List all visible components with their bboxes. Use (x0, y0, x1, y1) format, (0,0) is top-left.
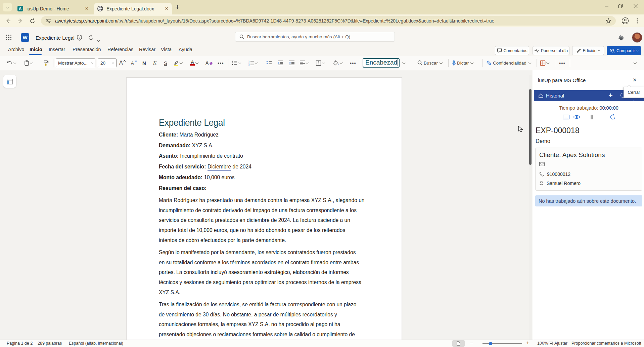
keyboard-icon[interactable] (563, 115, 569, 119)
tab-search-button[interactable] (3, 3, 12, 11)
word-count[interactable]: 289 palabras (38, 341, 62, 346)
app-launcher-icon[interactable] (5, 34, 12, 41)
tab-referencias[interactable]: Referencias (107, 47, 133, 52)
shrink-font-button[interactable]: A (131, 56, 137, 70)
fit-button[interactable]: Ajustar (554, 341, 567, 346)
eye-icon[interactable] (573, 115, 580, 119)
sensitivity-button[interactable]: Confidencialidad (486, 56, 531, 70)
align-button[interactable] (300, 56, 309, 70)
zoom-slider-handle[interactable] (489, 342, 492, 345)
tab-ayuda[interactable]: Ayuda (179, 47, 192, 52)
tab-insertar[interactable]: Insertar (49, 47, 65, 52)
close-tab-icon[interactable]: ✕ (165, 6, 169, 11)
forward-button[interactable] (15, 16, 25, 26)
site-info-icon[interactable] (46, 18, 51, 24)
protection-status-icon[interactable]: ? (77, 35, 82, 41)
back-button[interactable] (3, 16, 13, 26)
decrease-indent-button[interactable] (277, 56, 283, 70)
restore-button[interactable] (613, 0, 628, 12)
tab-inicio[interactable]: Inicio (30, 47, 42, 52)
font-size-combo[interactable]: 20 (98, 56, 117, 70)
chevron-down-icon[interactable] (322, 61, 325, 64)
find-button[interactable]: Buscar (417, 56, 442, 70)
comments-button[interactable]: Comentarios (495, 46, 529, 55)
increase-indent-button[interactable] (289, 56, 295, 70)
pause-icon[interactable] (590, 114, 594, 120)
chevron-down-icon[interactable] (180, 61, 183, 64)
chevron-down-icon[interactable] (97, 37, 100, 43)
tab-vista[interactable]: Vista (161, 47, 172, 52)
reload-button[interactable] (28, 16, 37, 26)
search-input[interactable] (247, 34, 392, 39)
tab-revisar[interactable]: Revisar (139, 47, 155, 52)
address-bar[interactable]: awertytestcsp.sharepoint.com/:w:/r/sites… (41, 16, 616, 26)
chevron-down-icon[interactable] (402, 61, 406, 64)
page-view-button[interactable] (452, 340, 465, 347)
autosave-sync-icon[interactable] (88, 35, 94, 41)
browser-profile-icon[interactable] (620, 16, 630, 26)
format-painter-button[interactable] (43, 56, 49, 70)
bookmark-star-icon[interactable] (604, 16, 613, 26)
close-tab-icon[interactable]: ✕ (85, 6, 89, 11)
gear-icon[interactable] (618, 35, 624, 41)
underline-button[interactable]: S (164, 56, 167, 70)
panel-close-icon[interactable]: ✕ (633, 77, 637, 83)
shading-button[interactable] (333, 56, 342, 70)
editing-mode-button[interactable]: Edición (572, 46, 604, 55)
font-name-combo[interactable]: Mostrar Apto... (56, 56, 95, 70)
checklist-button[interactable] (266, 56, 272, 70)
chevron-down-icon[interactable] (546, 61, 550, 64)
minimize-button[interactable] (599, 0, 614, 12)
word-logo[interactable]: W (21, 33, 29, 42)
zoom-in-button[interactable]: + (526, 340, 530, 346)
page-indicator[interactable]: Página 1 de 2 (7, 341, 33, 346)
paste-button[interactable] (24, 56, 33, 70)
grow-font-button[interactable]: A (119, 56, 126, 70)
user-avatar[interactable] (632, 32, 642, 43)
tab-presentacion[interactable]: Presentación (73, 47, 101, 52)
chevron-down-icon[interactable] (195, 61, 199, 64)
document-scrollbar[interactable] (529, 75, 532, 340)
numbered-list-button[interactable]: 123 (248, 56, 258, 70)
bullet-list-button[interactable] (232, 56, 241, 70)
chevron-down-icon[interactable] (255, 61, 258, 64)
home-icon[interactable] (538, 93, 544, 98)
dictate-button[interactable]: Dictar (452, 56, 473, 70)
font-color-button[interactable]: A (190, 56, 198, 70)
zoom-out-button[interactable]: − (470, 340, 473, 347)
chevron-down-icon[interactable] (306, 61, 309, 64)
collapse-ribbon-button[interactable] (634, 56, 636, 70)
document-page[interactable]: Expediente Legal Cliente: Marta Rodrígue… (126, 77, 402, 340)
undo-button[interactable] (7, 56, 16, 70)
chevron-down-icon[interactable] (340, 61, 343, 64)
clear-formatting-button[interactable]: A (205, 56, 213, 70)
browser-tab-home[interactable]: S iusUp Demo - Home ✕ (14, 3, 92, 14)
navigation-pane-toggle[interactable] (3, 75, 16, 88)
more-paragraph-options-button[interactable]: ••• (350, 56, 356, 70)
new-tab-button[interactable]: + (175, 4, 180, 10)
style-gallery[interactable]: Encabezad (363, 56, 405, 70)
zoom-level[interactable]: 100% (537, 341, 548, 346)
share-button[interactable]: Compartir (607, 46, 641, 55)
highlight-button[interactable] (173, 56, 182, 70)
chevron-down-icon[interactable] (528, 61, 531, 64)
zoom-slider[interactable] (482, 343, 522, 344)
add-icon[interactable]: + (608, 91, 613, 100)
feedback-link[interactable]: Proporcionar comentarios a Microsoft (571, 341, 641, 346)
bold-button[interactable]: N (142, 56, 146, 70)
catch-up-button[interactable]: Ponerse al día (533, 46, 569, 55)
chevron-down-icon[interactable] (30, 61, 33, 64)
borders-button[interactable] (316, 56, 325, 70)
scrollbar-thumb[interactable] (529, 89, 532, 165)
browser-tab-document[interactable]: Expediente Legal.docx ✕ (94, 3, 172, 14)
more-font-options-button[interactable]: ••• (218, 56, 224, 70)
tab-archivo[interactable]: Archivo (8, 47, 24, 52)
chevron-down-icon[interactable] (440, 61, 443, 64)
language-indicator[interactable]: Español (alfab. internacional) (69, 341, 123, 346)
italic-button[interactable]: K (153, 56, 156, 70)
chevron-down-icon[interactable] (470, 61, 474, 64)
chevron-down-icon[interactable] (238, 61, 241, 64)
close-window-button[interactable] (628, 0, 643, 12)
browser-menu-icon[interactable] (633, 16, 642, 26)
document-title-header[interactable]: Expediente Legal (36, 35, 75, 41)
